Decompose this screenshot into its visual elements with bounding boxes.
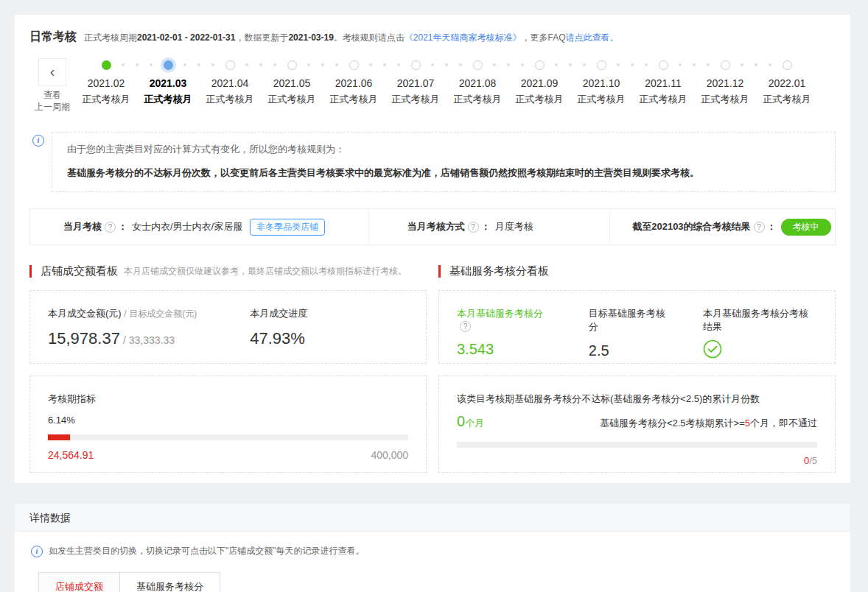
- timeline-month-2021.06[interactable]: 2021.06正式考核月: [323, 58, 385, 113]
- period-target-label: 考核期指标: [48, 392, 408, 406]
- help-icon[interactable]: ?: [754, 222, 765, 233]
- timeline-month-dot-future: [721, 60, 730, 70]
- timeline-gap-dots: [307, 63, 338, 66]
- substandard-months-value: 0个月: [457, 413, 484, 430]
- timeline-month-2021.08[interactable]: 2021.08正式考核月: [447, 58, 508, 113]
- overall-result-label: 截至202103的综合考核结果: [632, 220, 750, 233]
- substandard-months-row: 0个月 基础服务考核分<2.5考核期累计>=5个月，即不通过: [457, 413, 817, 430]
- assessment-period: 2021-02-01 - 2022-01-31: [137, 32, 235, 43]
- gmv-panel-title: 店铺成交额看板: [41, 264, 118, 278]
- gmv-progress-col: 本月成交进度 47.93%: [250, 307, 307, 347]
- details-notice-text: 如发生主营类目的切换，切换记录可点击以下"店铺成交额"每天的记录进行查看。: [49, 545, 365, 557]
- desc-mid1: ，数据更新于: [235, 32, 288, 43]
- timeline-month-label: 2022.01: [756, 77, 818, 89]
- accent-bar: [438, 265, 441, 278]
- timeline-gap-dots: [679, 63, 710, 66]
- daily-assessment-card: 日常考核 正式考核周期2021-02-01 - 2022-01-31，数据更新于…: [15, 15, 850, 483]
- timeline-gap-dots: [741, 63, 771, 66]
- prev-period-block: ‹ 查看 上一周期: [29, 58, 75, 113]
- page: 日常考核 正式考核周期2021-02-01 - 2022-01-31，数据更新于…: [0, 0, 868, 592]
- timeline-month-label: 2021.10: [570, 77, 632, 89]
- timeline-month-2021.10[interactable]: 2021.10正式考核月: [570, 58, 632, 113]
- timeline-month-dot-future: [597, 60, 606, 70]
- assessment-rules-link[interactable]: 《2021年天猫商家考核标准》: [405, 32, 522, 43]
- gmv-target-label: 目标成交金额(元): [129, 309, 197, 319]
- main-category-value: 女士内衣/男士内衣/家居服: [132, 220, 242, 233]
- assessment-period-desc: 正式考核周期2021-02-01 - 2022-01-31，数据更新于2021-…: [84, 32, 619, 44]
- desc-mid2: 。考核规则请点击: [334, 32, 405, 43]
- period-progress-ends: 24,564.91 400,000: [48, 449, 408, 461]
- timeline-month-sublabel: 正式考核月: [632, 93, 694, 106]
- gmv-month-card: 本月成交金额(元) / 目标成交金额(元) 15,978.37 / 33,333…: [29, 290, 427, 364]
- timeline-month-sublabel: 正式考核月: [570, 93, 632, 106]
- timeline-month-2021.02[interactable]: 2021.02正式考核月: [75, 58, 137, 113]
- notice-line1: 由于您的主营类目对应的计算方式有变化，所以您的考核规则为：: [67, 143, 820, 156]
- timeline-month-dot-future: [349, 60, 359, 70]
- gmv-target-value: 33,333.33: [129, 334, 175, 346]
- rule-change-notice-box: 由于您的主营类目对应的计算方式有变化，所以您的考核规则为： 基础服务考核分的不达…: [52, 132, 836, 192]
- timeline-month-sublabel: 正式考核月: [199, 93, 261, 106]
- details-tabs: 店铺成交额基础服务考核分: [38, 572, 836, 592]
- faq-link[interactable]: 请点此查看。: [566, 32, 619, 43]
- prev-period-button[interactable]: ‹: [38, 58, 66, 86]
- timeline-month-2021.12[interactable]: 2021.12正式考核月: [694, 58, 756, 113]
- gmv-progress-value: 47.93%: [250, 329, 305, 348]
- assessment-method-value: 月度考核: [495, 220, 533, 233]
- prev-period-label: 查看 上一周期: [29, 89, 75, 113]
- page-title: 日常考核: [29, 29, 77, 45]
- substandard-months-bar: [457, 442, 817, 448]
- chevron-left-icon: ‹: [50, 64, 55, 79]
- timeline-month-sublabel: 正式考核月: [261, 93, 323, 106]
- header: 日常考核 正式考核周期2021-02-01 - 2022-01-31，数据更新于…: [29, 29, 836, 45]
- current-month-summary: 当月考核 ? ： 女士内衣/男士内衣/家居服 非冬季品类店铺 当月考核方式 ? …: [29, 208, 836, 245]
- period-progress-bar: [48, 434, 408, 440]
- assessing-status-badge: 考核中: [781, 219, 831, 236]
- period-current-value: 24,564.91: [48, 449, 94, 461]
- timeline-month-2021.05[interactable]: 2021.05正式考核月: [261, 58, 323, 113]
- gmv-period-progress-fill: [48, 434, 70, 440]
- timeline-month-2021.03[interactable]: 2021.03正式考核月: [137, 58, 199, 113]
- timeline-month-2021.11[interactable]: 2021.11正式考核月: [632, 58, 694, 113]
- timeline-month-2021.07[interactable]: 2021.07正式考核月: [385, 58, 447, 113]
- timeline-gap-dots: [493, 63, 524, 66]
- accent-bar: [29, 265, 32, 278]
- help-icon[interactable]: ?: [460, 321, 471, 332]
- service-target-label: 目标基础服务考核分: [589, 307, 668, 334]
- gmv-period-card: 考核期指标 6.14% 24,564.91 400,000: [29, 376, 427, 473]
- desc-prefix: 正式考核周期: [84, 32, 137, 43]
- gmv-panel-subtitle: 本月店铺成交额仅做建议参考，最终店铺成交额以考核期指标进行考核。: [124, 265, 407, 278]
- service-result-label: 本月基础服务考核分考核结果: [703, 307, 817, 334]
- service-score-panel: 基础服务考核分看板 本月基础服务考核分 ? 3.543 目标基础服务考核分: [438, 264, 836, 473]
- timeline-month-2021.09[interactable]: 2021.09正式考核月: [508, 58, 570, 113]
- gmv-amount-col: 本月成交金额(元) / 目标成交金额(元) 15,978.37 / 33,333…: [48, 307, 197, 347]
- current-assessment-label: 当月考核: [63, 220, 102, 233]
- check-circle-icon: [703, 339, 722, 361]
- period-target-value: 400,000: [371, 449, 408, 461]
- timeline-month-2021.04[interactable]: 2021.04正式考核月: [199, 58, 261, 113]
- period-progress-percent: 6.14%: [48, 415, 408, 426]
- fail-rule-text: 基础服务考核分<2.5考核期累计>=5个月，即不通过: [600, 417, 817, 430]
- tab-service-score[interactable]: 基础服务考核分: [120, 572, 220, 592]
- data-update-date: 2021-03-19: [288, 32, 333, 43]
- tab-gmv-active[interactable]: 店铺成交额: [38, 572, 120, 592]
- current-assessment-cell: 当月考核 ? ： 女士内衣/男士内衣/家居服 非冬季品类店铺: [30, 209, 368, 244]
- service-target-value: 2.5: [589, 342, 609, 359]
- details-section: 详情数据 i 如发生主营类目的切换，切换记录可点击以下"店铺成交额"每天的记录进…: [15, 504, 850, 592]
- help-icon[interactable]: ?: [105, 222, 116, 233]
- timeline-month-sublabel: 正式考核月: [75, 93, 137, 106]
- substandard-months-label: 该类目考核期基础服务考核分不达标(基础服务考核分<2.5)的累计月份数: [457, 392, 817, 406]
- timeline-month-dot-future: [225, 60, 235, 70]
- help-icon[interactable]: ?: [468, 222, 479, 233]
- non-winter-category-badge: 非冬季品类店铺: [250, 219, 325, 236]
- overall-result-cell: 截至202103的综合考核结果 ? ： 考核中: [609, 209, 835, 244]
- service-target-col: 目标基础服务考核分 2.5: [589, 307, 668, 347]
- timeline-month-label: 2021.03: [137, 77, 199, 89]
- gmv-panel: 店铺成交额看板 本月店铺成交额仅做建议参考，最终店铺成交额以考核期指标进行考核。…: [29, 264, 427, 473]
- timeline-month-2022.01[interactable]: 2022.01正式考核月: [756, 58, 818, 113]
- timeline-month-label: 2021.02: [75, 77, 137, 89]
- gmv-panel-header: 店铺成交额看板 本月店铺成交额仅做建议参考，最终店铺成交额以考核期指标进行考核。: [29, 264, 427, 278]
- timeline-month-label: 2021.04: [199, 77, 261, 89]
- rule-change-notice: i 由于您的主营类目对应的计算方式有变化，所以您的考核规则为： 基础服务考核分的…: [29, 132, 836, 192]
- substandard-months-ratio: 0/5: [457, 455, 817, 466]
- timeline-month-label: 2021.05: [261, 77, 323, 89]
